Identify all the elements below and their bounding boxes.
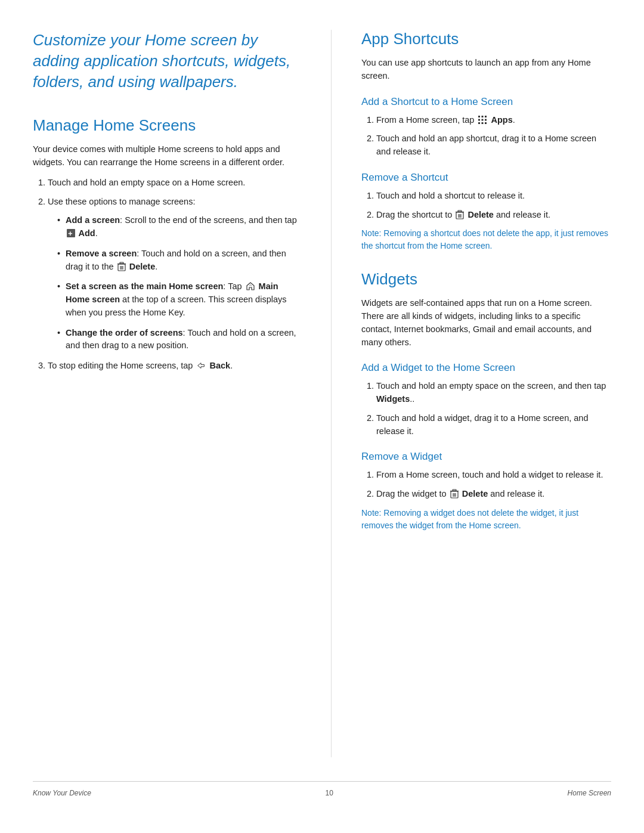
page: Customize your Home screen by adding app… [0, 0, 644, 833]
add-widget-step-1-suffix: .. [410, 394, 414, 404]
svg-rect-10 [482, 119, 484, 120]
remove-widget-note: Note: Removing a widget does not delete … [361, 507, 611, 532]
widgets-body: Widgets are self-contained apps that run… [361, 297, 611, 349]
remove-widget-step-1: From a Home screen, touch and hold a wid… [376, 469, 611, 482]
manage-heading: Manage Home Screens [33, 116, 301, 135]
footer-center: 10 [326, 789, 333, 797]
remove-widget-step-2-text: Drag the widget to [376, 489, 449, 498]
add-shortcut-step-1-suffix: . [513, 115, 515, 125]
bullet-add-screen-add-label: Add [76, 228, 95, 238]
bullet-add-screen: Add a screen: Scroll to the end of the s… [58, 214, 301, 240]
remove-widget-step-2-delete-label: Delete [462, 489, 488, 498]
manage-step-3-back-label: Back [209, 361, 230, 370]
remove-shortcut-step-2: Drag the shortcut to [376, 209, 611, 222]
add-icon [67, 229, 75, 237]
bullet-remove-screen-label: Remove a screen [66, 249, 137, 258]
remove-shortcut-step-1: Touch and hold a shortcut to release it. [376, 190, 611, 203]
app-shortcuts-body: You can use app shortcuts to launch an a… [361, 57, 611, 83]
delete-icon-remove-screen [117, 262, 126, 271]
manage-step-3-text: To stop editing the Home screens, tap [48, 361, 195, 370]
bullet-remove-screen-suffix: . [155, 262, 157, 271]
add-widget-step-2-text: Touch and hold a widget, drag it to a Ho… [376, 413, 588, 436]
bullet-change-order: Change the order of screens: Touch and h… [58, 327, 301, 353]
remove-shortcut-steps: Touch and hold a shortcut to release it.… [373, 190, 611, 222]
manage-step-1-text: Touch and hold an empty space on a Home … [48, 178, 245, 187]
bullet-add-screen-label: Add a screen [66, 215, 120, 225]
add-widget-step-1-widgets-label: Widgets [376, 394, 410, 404]
bullet-remove-screen-delete-label: Delete [127, 262, 156, 271]
svg-rect-2 [120, 262, 123, 264]
remove-widget-subsection: Remove a Widget From a Home screen, touc… [361, 451, 611, 532]
svg-rect-11 [485, 119, 487, 120]
svg-rect-12 [478, 122, 480, 124]
remove-shortcut-step-2-delete-label: Delete [467, 210, 494, 219]
add-shortcut-heading: Add a Shortcut to a Home Screen [361, 96, 611, 108]
add-widget-step-2: Touch and hold a widget, drag it to a Ho… [376, 412, 611, 438]
remove-widget-heading: Remove a Widget [361, 451, 611, 463]
add-shortcut-step-1-apps-label: Apps [491, 115, 512, 125]
svg-rect-8 [485, 116, 487, 117]
remove-shortcut-step-2-suffix: and release it. [494, 210, 550, 219]
add-widget-steps: Touch and hold an empty space on the scr… [373, 380, 611, 438]
remove-shortcut-heading: Remove a Shortcut [361, 172, 611, 184]
manage-bullet-list: Add a screen: Scroll to the end of the s… [58, 214, 301, 352]
svg-rect-23 [453, 490, 456, 491]
app-shortcuts-section: App Shortcuts You can use app shortcuts … [361, 30, 611, 252]
remove-shortcut-step-2-text: Drag the shortcut to [376, 210, 454, 219]
delete-icon-shortcut [456, 210, 464, 219]
footer-right: Home Screen [568, 789, 611, 797]
delete-icon-widget [450, 489, 459, 498]
column-divider [331, 30, 332, 757]
manage-step-2: Use these options to manage screens: Add… [48, 196, 301, 353]
manage-step-2-text: Use these options to manage screens: [48, 197, 195, 206]
bullet-set-main-label: Set a screen as the main Home screen [66, 281, 223, 291]
widgets-section: Widgets Widgets are self-contained apps … [361, 270, 611, 532]
add-shortcut-steps: From a Home screen, tap [373, 114, 611, 159]
remove-shortcut-subsection: Remove a Shortcut Touch and hold a short… [361, 172, 611, 253]
add-widget-heading: Add a Widget to the Home Screen [361, 362, 611, 374]
manage-step-3: To stop editing the Home screens, tap Ba… [48, 360, 301, 373]
add-shortcut-subsection: Add a Shortcut to a Home Screen From a H… [361, 96, 611, 159]
add-shortcut-step-2: Touch and hold an app shortcut, drag it … [376, 132, 611, 159]
bullet-add-screen-text: : Scroll to the end of the screens, and … [120, 215, 297, 225]
svg-rect-13 [482, 122, 484, 124]
manage-section: Manage Home Screens Your device comes wi… [33, 116, 301, 373]
add-shortcut-step-2-text: Touch and hold an app shortcut, drag it … [376, 134, 596, 156]
back-icon [196, 361, 206, 370]
add-widget-subsection: Add a Widget to the Home Screen Touch an… [361, 362, 611, 438]
remove-shortcut-step-1-text: Touch and hold a shortcut to release it. [376, 191, 525, 200]
home-icon [246, 281, 255, 291]
remove-widget-step-2-suffix: and release it. [488, 489, 544, 498]
footer: Know Your Device 10 Home Screen [33, 781, 611, 797]
bullet-remove-screen: Remove a screen: Touch and hold on a scr… [58, 247, 301, 274]
footer-left: Know Your Device [33, 789, 91, 797]
add-widget-step-1: Touch and hold an empty space on the scr… [376, 380, 611, 406]
remove-widget-step-1-text: From a Home screen, touch and hold a wid… [376, 470, 603, 479]
manage-steps-list: Touch and hold an empty space on a Home … [45, 176, 301, 373]
bullet-set-main-text: : Tap [223, 281, 244, 291]
intro-heading: Customize your Home screen by adding app… [33, 30, 301, 92]
bullet-change-order-label: Change the order of screens [66, 328, 183, 337]
svg-rect-7 [482, 116, 484, 117]
right-column: App Shortcuts You can use app shortcuts … [361, 30, 611, 757]
remove-shortcut-note: Note: Removing a shortcut does not delet… [361, 227, 611, 252]
svg-rect-6 [478, 116, 480, 117]
widgets-heading: Widgets [361, 270, 611, 289]
add-shortcut-step-1-text: From a Home screen, tap [376, 115, 476, 125]
left-column: Customize your Home screen by adding app… [33, 30, 301, 757]
add-widget-step-1-text: Touch and hold an empty space on the scr… [376, 381, 606, 391]
app-shortcuts-heading: App Shortcuts [361, 30, 611, 48]
add-shortcut-step-1: From a Home screen, tap [376, 114, 611, 127]
svg-rect-14 [485, 122, 487, 124]
remove-widget-step-2: Drag the widget to [376, 488, 611, 501]
bullet-set-main: Set a screen as the main Home screen: Ta… [58, 280, 301, 319]
remove-widget-steps: From a Home screen, touch and hold a wid… [373, 469, 611, 501]
manage-step-1: Touch and hold an empty space on a Home … [48, 176, 301, 190]
apps-icon [478, 115, 487, 125]
content-area: Customize your Home screen by adding app… [33, 30, 611, 757]
svg-rect-17 [458, 210, 462, 212]
manage-step-3-suffix: . [230, 361, 233, 370]
bullet-add-screen-suffix: . [95, 228, 98, 238]
manage-body: Your device comes with multiple Home scr… [33, 143, 301, 169]
svg-rect-9 [478, 119, 480, 120]
